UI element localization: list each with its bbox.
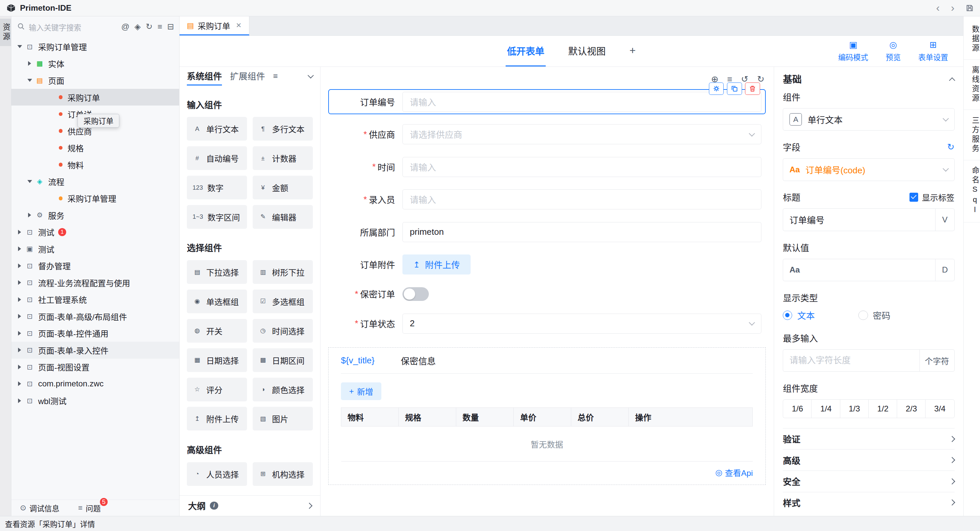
palette-item[interactable]: ◉单选框组 bbox=[187, 290, 247, 313]
collapse-palette-icon[interactable] bbox=[307, 72, 313, 78]
width-option[interactable]: 1/6 bbox=[783, 399, 812, 418]
tree-item[interactable]: ◈流程 bbox=[11, 173, 179, 190]
text-input[interactable]: 请输入 bbox=[402, 189, 761, 209]
collapse-panel-icon[interactable]: ⊟ bbox=[167, 23, 174, 31]
width-option[interactable]: 2/3 bbox=[897, 399, 926, 418]
at-icon[interactable]: @ bbox=[121, 23, 130, 31]
rail-tab-resources[interactable]: 资源 bbox=[0, 19, 11, 46]
tree-item[interactable]: ⊡页面-表单-录入控件 bbox=[11, 342, 179, 358]
collapsed-section[interactable]: 安全 bbox=[783, 471, 954, 492]
subform-tab[interactable]: ${v_title} bbox=[341, 355, 374, 366]
chevron-right-icon[interactable] bbox=[25, 213, 34, 217]
field-copy-button[interactable] bbox=[727, 82, 742, 95]
width-option[interactable]: 1/4 bbox=[811, 399, 840, 418]
palette-item[interactable]: ▥树形下拉 bbox=[253, 260, 313, 284]
chevron-right-icon[interactable] bbox=[15, 230, 24, 235]
palette-item[interactable]: ¥金额 bbox=[253, 176, 313, 200]
form-field[interactable]: 订单编号请输入 bbox=[328, 89, 766, 114]
palette-item[interactable]: ↥附件上传 bbox=[187, 407, 247, 431]
tree-item[interactable]: ⊡督办管理 bbox=[11, 257, 179, 274]
tree-item[interactable]: ⊡com.primeton.zwc bbox=[11, 376, 179, 392]
select-input[interactable]: 2 bbox=[402, 314, 761, 334]
palette-item[interactable]: ±计数器 bbox=[253, 146, 313, 170]
chevron-right-icon[interactable] bbox=[15, 297, 24, 302]
view-tab[interactable]: 低开表单 bbox=[506, 36, 546, 67]
tree-item[interactable]: ⊡wbl测试 bbox=[11, 392, 179, 409]
max-length-input[interactable] bbox=[783, 349, 920, 372]
chevron-down-icon[interactable] bbox=[15, 45, 24, 48]
palette-tab[interactable]: 系统组件 bbox=[187, 67, 222, 86]
upload-button[interactable]: ↥附件上传 bbox=[402, 255, 471, 274]
text-input[interactable]: primeton bbox=[402, 222, 761, 242]
palette-item[interactable]: ▤下拉选择 bbox=[187, 260, 247, 284]
tree-item[interactable]: ⊡页面-视图设置 bbox=[11, 359, 179, 376]
action-form-settings[interactable]: ⊞表单设置 bbox=[918, 40, 948, 62]
tree-item[interactable]: ⊡社工管理系统 bbox=[11, 291, 179, 308]
text-input[interactable]: 请输入 bbox=[402, 92, 761, 112]
chevron-down-icon[interactable] bbox=[25, 79, 34, 82]
form-field[interactable]: *供应商请选择供应商 bbox=[328, 122, 766, 147]
tree-item[interactable]: ⊡页面-表单-控件通用 bbox=[11, 325, 179, 342]
width-option[interactable]: 3/4 bbox=[925, 399, 954, 418]
palette-item[interactable]: ◷时间选择 bbox=[253, 319, 313, 342]
collapsed-section[interactable]: 验证 bbox=[783, 428, 954, 450]
rail-tab[interactable]: 三方服务 bbox=[964, 110, 980, 160]
width-option[interactable]: 1/2 bbox=[869, 399, 897, 418]
tree-item[interactable]: 采购订单管理 bbox=[11, 190, 179, 207]
close-tab-icon[interactable]: ✕ bbox=[236, 21, 242, 29]
rail-tab[interactable]: 命名Sql bbox=[964, 160, 980, 222]
field-delete-button[interactable] bbox=[745, 82, 760, 95]
component-select[interactable]: A 单行文本 bbox=[783, 108, 954, 131]
chevron-right-icon[interactable] bbox=[15, 280, 24, 285]
subform-tab[interactable]: 保密信息 bbox=[401, 354, 436, 367]
rail-tab[interactable]: 离线资源 bbox=[964, 60, 980, 110]
outline-bar[interactable]: 大纲 i bbox=[180, 495, 321, 516]
save-button[interactable] bbox=[966, 4, 974, 12]
form-field[interactable]: *时间请输入 bbox=[328, 154, 766, 179]
form-field[interactable]: *保密订单 bbox=[328, 285, 766, 303]
chevron-right-icon[interactable] bbox=[15, 246, 24, 251]
nav-back-button[interactable]: ‹ bbox=[936, 3, 940, 13]
palette-item[interactable]: 123数字 bbox=[187, 176, 247, 200]
palette-item[interactable]: ☑多选框组 bbox=[253, 290, 313, 313]
display-type-radio[interactable]: 密码 bbox=[858, 309, 890, 322]
palette-item[interactable]: 1~3数字区间 bbox=[187, 205, 247, 229]
chevron-down-icon[interactable] bbox=[25, 180, 34, 183]
tree-item[interactable]: ⊡测试1 bbox=[11, 224, 179, 241]
tree-item[interactable]: ▤页面 bbox=[11, 72, 179, 89]
tree-item[interactable]: 规格 bbox=[11, 139, 179, 156]
palette-item[interactable]: ▩日期区间 bbox=[253, 348, 313, 372]
title-variable-button[interactable]: V bbox=[935, 208, 954, 231]
tree-item[interactable]: ⊡采购订单管理 bbox=[11, 38, 179, 55]
action-code-mode[interactable]: ▣编码模式 bbox=[838, 40, 869, 62]
tree-item[interactable]: ⊡流程-业务流程配置与使用 bbox=[11, 274, 179, 291]
shield-icon[interactable]: ◈ bbox=[134, 23, 141, 31]
chevron-right-icon[interactable] bbox=[15, 348, 24, 352]
palette-item[interactable]: #自动编号 bbox=[187, 146, 247, 170]
tree-item[interactable]: 物料 bbox=[11, 156, 179, 173]
action-preview[interactable]: ◎预览 bbox=[886, 40, 901, 62]
tree-item[interactable]: ▦实体 bbox=[11, 55, 179, 72]
palette-item[interactable]: A单行文本 bbox=[187, 117, 247, 141]
form-field[interactable]: 所属部门primeton bbox=[328, 219, 766, 244]
title-input[interactable] bbox=[783, 208, 935, 231]
palette-tab[interactable]: 扩展组件 bbox=[230, 67, 265, 86]
palette-item[interactable]: ▦日期选择 bbox=[187, 348, 247, 372]
palette-item[interactable]: ◑颜色选择 bbox=[253, 378, 313, 401]
chevron-right-icon[interactable] bbox=[15, 263, 24, 268]
select-input[interactable]: 请选择供应商 bbox=[402, 124, 761, 144]
view-tab[interactable]: 默认视图 bbox=[567, 36, 607, 67]
problems-button[interactable]: ≡ 问题 5 bbox=[78, 502, 100, 513]
chevron-right-icon[interactable] bbox=[25, 61, 34, 66]
editor-tab-purchase-order[interactable]: ▤ 采购订单 ✕ bbox=[180, 16, 250, 35]
palette-item[interactable]: ◍开关 bbox=[187, 319, 247, 342]
tree-item[interactable]: ⚙服务 bbox=[11, 207, 179, 223]
filter-icon[interactable]: ≡ bbox=[158, 23, 162, 31]
collapsed-section[interactable]: 样式 bbox=[783, 492, 954, 513]
refresh-icon[interactable]: ↻ bbox=[146, 23, 153, 31]
rail-tab[interactable]: 数据源 bbox=[964, 19, 980, 60]
palette-item[interactable]: ✎编辑器 bbox=[253, 205, 313, 229]
form-field[interactable]: *订单状态2 bbox=[328, 311, 766, 336]
palette-item[interactable]: ⊞机构选择 bbox=[253, 462, 313, 486]
palette-item[interactable]: ☆评分 bbox=[187, 378, 247, 401]
